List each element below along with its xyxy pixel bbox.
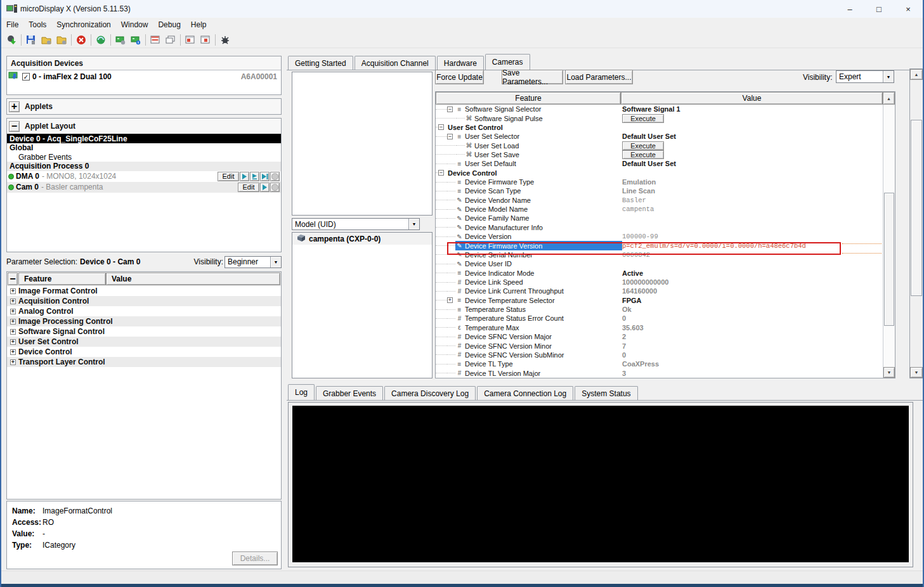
layout-node-device0[interactable]: Device 0 - Acq_SingleCoF25Line <box>7 134 281 143</box>
applets-expand-button[interactable]: + <box>9 101 20 112</box>
applet-layout-collapse-button[interactable]: − <box>9 121 20 132</box>
feature-row-device-model-name[interactable]: ✎Device Model Namecampenta <box>436 205 895 214</box>
window-cascade-icon[interactable] <box>163 33 178 47</box>
display-window-alt-icon[interactable] <box>198 33 213 47</box>
menu-item-help[interactable]: Help <box>186 18 212 31</box>
cam-edit-button[interactable]: Edit <box>238 183 259 192</box>
expand-icon[interactable]: + <box>10 288 16 294</box>
minimize-button[interactable]: – <box>835 0 864 18</box>
param-row-image-processing-control[interactable]: +Image Processing Control <box>7 316 281 326</box>
feature-row-device-control[interactable]: −Device Control <box>436 169 895 177</box>
log-tab-camera-connection-log[interactable]: Camera Connection Log <box>477 386 573 400</box>
feature-row-device-sfnc-version-minor[interactable]: #Device SFNC Version Minor7 <box>436 341 895 350</box>
feature-row-device-vendor-name[interactable]: ✎Device Vendor NameBasler <box>436 196 895 205</box>
feature-row-user-set-save[interactable]: ⌘User Set SaveExecute <box>436 150 895 159</box>
feature-row-device-user-id[interactable]: ✎Device User ID <box>436 259 895 268</box>
tab-getting-started[interactable]: Getting Started <box>288 56 353 70</box>
param-row-acquisition-control[interactable]: +Acquisition Control <box>7 296 281 306</box>
feature-row-user-set-selector[interactable]: −≡User Set SelectorDefault User Set <box>436 132 895 141</box>
value-column-header[interactable]: Value <box>621 92 883 105</box>
feature-row-device-temperature-selector[interactable]: +≡Device Temperature SelectorFPGA <box>436 296 895 305</box>
expand-icon[interactable]: + <box>10 359 16 365</box>
dma-edit-button[interactable]: Edit <box>218 172 239 181</box>
execute-button[interactable]: Execute <box>622 114 664 123</box>
menu-item-tools[interactable]: Tools <box>23 18 51 31</box>
window-split-icon[interactable] <box>148 33 163 47</box>
log-tab-camera-discovery-log[interactable]: Camera Discovery Log <box>384 386 476 400</box>
acquisition-device-row[interactable]: ✓ 0 - imaFlex 2 Dual 100 A6A00001 <box>7 70 281 83</box>
log-tab-grabber-events[interactable]: Grabber Events <box>316 386 383 400</box>
feature-row-temperature-status[interactable]: ≡Temperature StatusOk <box>436 305 895 314</box>
log-output[interactable] <box>292 406 909 562</box>
menu-item-window[interactable]: Window <box>116 18 153 31</box>
scroll-up-icon[interactable]: ▲ <box>910 69 923 80</box>
layout-node-acquisition-process[interactable]: Acquisition Process 0 <box>7 162 281 171</box>
visibility-dropdown-left[interactable]: Beginner▼ <box>224 256 282 268</box>
tab-hardware[interactable]: Hardware <box>437 56 484 70</box>
tab-acquisition-channel[interactable]: Acquisition Channel <box>355 56 436 70</box>
table-scroll-up-icon[interactable]: ▲ <box>883 92 895 105</box>
collapse-icon[interactable]: − <box>438 170 444 176</box>
param-feature-header[interactable]: Feature <box>18 273 106 285</box>
collapse-icon[interactable]: − <box>447 106 453 112</box>
feature-row-software-signal-pulse[interactable]: ⌘Software Signal PulseExecute <box>436 113 895 122</box>
layout-node-global[interactable]: Global <box>7 143 281 153</box>
param-row-image-format-control[interactable]: +Image Format Control <box>7 286 281 296</box>
feature-row-device-tl-version-major[interactable]: #Device TL Version Major3 <box>436 368 895 377</box>
feature-row-temperature-max[interactable]: εTemperature Max35.603 <box>436 323 895 332</box>
cameras-tab-scrollbar[interactable]: ▲ ▼ <box>909 68 923 378</box>
feature-row-device-scan-type[interactable]: ≡Device Scan TypeLine Scan <box>436 186 895 195</box>
feature-column-header[interactable]: Feature <box>436 92 621 105</box>
expand-icon[interactable]: + <box>10 299 16 304</box>
feature-row-user-set-load[interactable]: ⌘User Set LoadExecute <box>436 141 895 150</box>
log-tab-system-status[interactable]: System Status <box>575 386 637 400</box>
force-update-button[interactable]: Force Update <box>435 70 484 84</box>
expand-icon[interactable]: + <box>10 329 16 335</box>
cam-play-icon[interactable] <box>260 183 270 192</box>
param-value-header[interactable]: Value <box>106 273 280 285</box>
layout-node-cam[interactable]: Cam 0 - Basler campenta Edit <box>7 182 281 193</box>
dma-grab-icon[interactable] <box>250 172 259 181</box>
menu-item-debug[interactable]: Debug <box>153 18 185 31</box>
param-row-software-signal-control[interactable]: +Software Signal Control <box>7 326 281 337</box>
feature-row-device-family-name[interactable]: ✎Device Family Name <box>436 214 895 223</box>
details-button[interactable]: Details... <box>232 552 278 565</box>
log-tab-log[interactable]: Log <box>288 384 315 400</box>
feature-row-temperature-status-error-count[interactable]: #Temperature Status Error Count0 <box>436 314 895 323</box>
param-row-user-set-control[interactable]: +User Set Control <box>7 337 281 347</box>
feature-row-software-signal-selector[interactable]: −≡Software Signal SelectorSoftware Signa… <box>436 105 895 113</box>
board-info-icon[interactable] <box>128 33 143 47</box>
board-settings-icon[interactable] <box>113 33 128 47</box>
table-scrollbar-thumb[interactable] <box>884 193 894 326</box>
menu-item-file[interactable]: File <box>1 18 23 31</box>
feature-row-device-manufacturer-info[interactable]: ✎Device Manufacturer Info <box>436 223 895 232</box>
visibility-dropdown-right[interactable]: Expert▼ <box>836 70 894 83</box>
expand-icon[interactable]: + <box>10 309 16 314</box>
expand-icon[interactable]: + <box>10 339 16 345</box>
table-scrollbar[interactable]: ▼ <box>883 105 895 378</box>
applet-settings-icon[interactable] <box>54 33 69 47</box>
dma-play-to-end-icon[interactable] <box>260 172 270 181</box>
collapse-icon[interactable]: − <box>438 124 444 130</box>
expand-icon[interactable]: + <box>10 349 16 355</box>
layout-node-dma[interactable]: DMA 0 - MONO8, 1024x1024 Edit <box>7 171 281 182</box>
layout-node-grabber-events[interactable]: Grabber Events <box>7 153 281 162</box>
param-row-device-control[interactable]: +Device Control <box>7 347 281 357</box>
feature-row-device-firmware-type[interactable]: ≡Device Firmware TypeEmulation <box>436 177 895 186</box>
feature-row-device-version[interactable]: ✎Device Version100000-99 <box>436 232 895 241</box>
menu-item-synchronization[interactable]: Synchronization <box>51 18 115 31</box>
feature-row-device-link-speed[interactable]: #Device Link Speed100000000000 <box>436 278 895 287</box>
param-row-analog-control[interactable]: +Analog Control <box>7 306 281 316</box>
feature-row-device-tl-type[interactable]: ≡Device TL TypeCoaXPress <box>436 359 895 368</box>
stop-icon[interactable] <box>74 33 89 47</box>
expand-icon[interactable]: + <box>447 297 453 303</box>
table-scroll-down-icon[interactable]: ▼ <box>883 367 895 378</box>
device-checkbox[interactable]: ✓ <box>22 73 30 81</box>
cameras-scrollbar-thumb[interactable] <box>911 120 922 296</box>
scroll-down-icon[interactable]: ▼ <box>910 367 923 378</box>
feature-row-device-link-current-throughput[interactable]: #Device Link Current Throughput164160000 <box>436 287 895 295</box>
camera-port-listbox[interactable] <box>292 72 433 216</box>
save-parameters-button[interactable]: Save Parameters... <box>502 70 563 84</box>
dma-play-icon[interactable] <box>240 172 249 181</box>
execute-button[interactable]: Execute <box>622 141 664 150</box>
